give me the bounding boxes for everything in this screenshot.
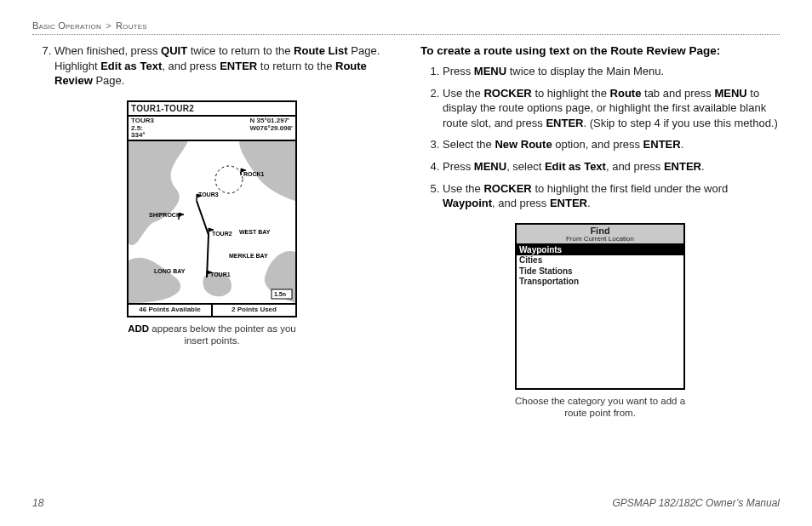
page-number: 18 <box>32 497 43 509</box>
map-label-tour3: TOUR3 <box>198 191 219 198</box>
right-step-3: Select the New Route option, and press E… <box>443 137 780 152</box>
map-label-rock1: ROCK1 <box>243 170 265 178</box>
device-screenshot-find: Find From Current Location Waypoints Cit… <box>515 223 685 390</box>
find-title: Find <box>517 226 683 236</box>
breadcrumb-sep: > <box>106 20 112 31</box>
device-statusbar: 46 Points Available 2 Points Used <box>129 303 295 316</box>
find-header: Find From Current Location <box>517 225 683 245</box>
map-label-tour2: TOUR2 <box>212 230 232 237</box>
device-info-left: TOUR3 2.5: 334° <box>131 117 154 139</box>
left-figure-caption: ADD appears below the pointer as you ins… <box>123 323 301 347</box>
breadcrumb-section: Basic Operation <box>32 20 101 31</box>
find-blank-area <box>517 288 683 388</box>
find-item-transportation[interactable]: Transportation <box>517 277 683 288</box>
svg-point-0 <box>215 166 243 193</box>
device-map-area: ROCK1 TOUR3 SHIPROCK TOUR2 WEST BAY MERK… <box>129 141 295 303</box>
map-label-tour1: TOUR1 <box>210 271 231 278</box>
status-right: 2 Points Used <box>213 305 295 316</box>
right-step-4: Press MENU, select Edit as Text, and pre… <box>443 159 780 174</box>
left-step-7: When finished, press QUIT twice to retur… <box>54 43 392 89</box>
find-list: Waypoints Cities Tide Stations Transport… <box>517 245 683 288</box>
left-figure: TOUR1-TOUR2 TOUR3 2.5: 334° N 35°01.297'… <box>32 100 392 348</box>
right-figure-caption: Choose the category you want to add a ro… <box>511 395 689 420</box>
find-item-waypoints[interactable]: Waypoints <box>517 245 683 256</box>
page-footer: 18 GPSMAP 182/182C Owner’s Manual <box>32 497 780 509</box>
device-info-right: N 35°01.297' W076°29.098' <box>250 117 293 139</box>
header-rule <box>32 34 780 35</box>
device-screenshot-map: TOUR1-TOUR2 TOUR3 2.5: 334° N 35°01.297'… <box>127 100 297 317</box>
device-info-row: TOUR3 2.5: 334° N 35°01.297' W076°29.098… <box>129 117 295 141</box>
right-step-2: Use the ROCKER to highlight the Route ta… <box>443 86 780 131</box>
right-heading: To create a route using text on the Rout… <box>420 43 780 59</box>
right-step-5: Use the ROCKER to highlight the first fi… <box>443 181 780 211</box>
find-subtitle: From Current Location <box>517 236 683 243</box>
right-column: To create a route using text on the Rout… <box>420 43 780 420</box>
device-titlebar: TOUR1-TOUR2 <box>129 102 295 117</box>
status-left: 46 Points Available <box>129 305 213 316</box>
svg-line-2 <box>197 201 209 235</box>
find-item-cities[interactable]: Cities <box>517 255 683 266</box>
left-column: When finished, press QUIT twice to retur… <box>32 43 392 420</box>
map-label-longbay: LONG BAY <box>154 267 185 275</box>
breadcrumb-sub: Routes <box>116 20 147 31</box>
right-figure: Find From Current Location Waypoints Cit… <box>420 223 780 420</box>
map-label-shiprock: SHIPROCK <box>149 211 180 219</box>
find-item-tide-stations[interactable]: Tide Stations <box>517 266 683 277</box>
manual-title: GPSMAP 182/182C Owner’s Manual <box>612 497 780 509</box>
map-label-merkle: MERKLE BAY <box>229 252 268 260</box>
right-step-1: Press MENU twice to display the Main Men… <box>443 64 780 79</box>
map-label-westbay: WEST BAY <box>239 228 270 236</box>
map-scale-label: 1.5n <box>274 290 286 298</box>
map-svg <box>129 141 295 303</box>
breadcrumb: Basic Operation > Routes <box>32 20 780 31</box>
